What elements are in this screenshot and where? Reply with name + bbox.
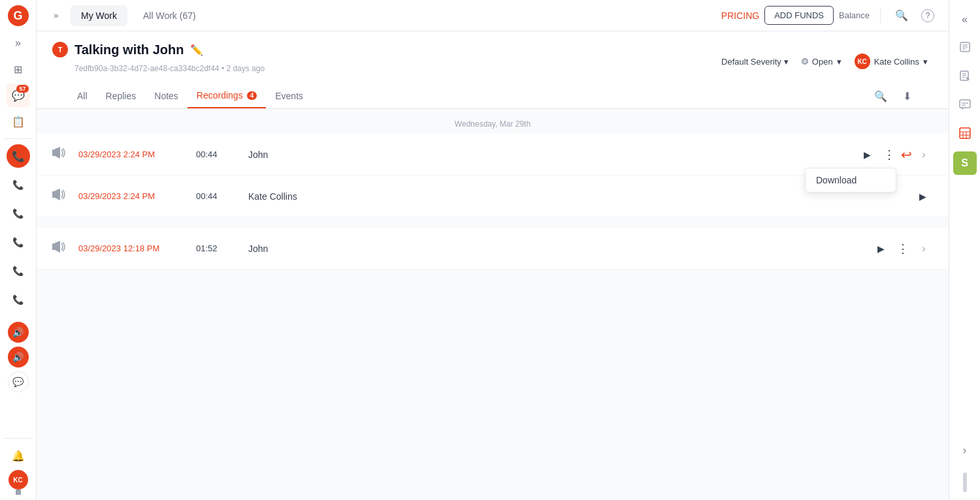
audio-icon-3 bbox=[52, 241, 78, 256]
rec-name-1: John bbox=[248, 149, 857, 160]
audio-icon-2 bbox=[52, 189, 78, 204]
right-panel-data-btn[interactable] bbox=[953, 123, 977, 146]
sidebar-phone-5[interactable]: 📞 bbox=[7, 288, 30, 311]
row-actions-2: ▶ bbox=[912, 186, 933, 207]
shopify-icon: S bbox=[961, 157, 968, 169]
phone-chat-icon: 💬 bbox=[12, 377, 24, 387]
scrollbar-area bbox=[963, 473, 967, 492]
expand-sidebar-btn[interactable]: » bbox=[7, 31, 30, 55]
collapse-icon: « bbox=[962, 14, 968, 25]
chat-badge: 57 bbox=[16, 85, 28, 93]
reply-icon-1[interactable]: ↩ bbox=[901, 147, 912, 163]
recording-row-3: 03/29/2023 12:18 PM 01:52 John ▶ ⋮ › bbox=[37, 228, 949, 270]
tab-notes[interactable]: Notes bbox=[145, 84, 188, 108]
help-button[interactable]: ? bbox=[917, 5, 938, 26]
user-avatar-orange[interactable]: 🔊 bbox=[8, 322, 29, 343]
sidebar-item-dashboard[interactable]: ⊞ bbox=[7, 57, 30, 81]
sidebar-bottom-divider bbox=[4, 438, 33, 439]
chevron-btn-1[interactable]: › bbox=[915, 146, 933, 164]
sidebar-item-tickets[interactable]: 📋 bbox=[7, 110, 30, 133]
download-menu-item[interactable]: Download bbox=[806, 168, 896, 192]
avatar-icon-2: 🔊 bbox=[12, 352, 24, 362]
severity-chevron-icon: ▾ bbox=[784, 57, 789, 67]
tab-actions: 🔍 ⬇ bbox=[870, 86, 917, 106]
tab-recordings-label: Recordings bbox=[197, 90, 243, 101]
tab-recordings[interactable]: Recordings 4 bbox=[188, 84, 266, 108]
assignee-name: Kate Collins bbox=[874, 57, 919, 67]
rec-date-1: 03/29/2023 2:24 PM bbox=[78, 149, 196, 159]
user-avatar-phone[interactable]: 💬 bbox=[8, 371, 29, 392]
balance-text: Balance bbox=[839, 10, 870, 20]
search-button[interactable]: 🔍 bbox=[891, 5, 912, 26]
transcript-icon bbox=[959, 41, 971, 55]
current-user-avatar[interactable]: KC bbox=[8, 470, 28, 490]
edit-icon[interactable]: ✏️ bbox=[190, 44, 203, 56]
svg-marker-1 bbox=[55, 147, 60, 159]
severity-button[interactable]: Default Severity ▾ bbox=[716, 54, 794, 69]
rec-name-3: John bbox=[248, 243, 870, 254]
tab-all[interactable]: All bbox=[68, 84, 97, 108]
add-funds-button[interactable]: ADD FUNDS bbox=[764, 6, 834, 25]
play-btn-1[interactable]: ▶ bbox=[857, 144, 877, 165]
right-panel: « S › bbox=[949, 0, 980, 500]
row-gap bbox=[37, 217, 949, 228]
ticket-title-row: T Talking with John ✏️ bbox=[52, 42, 265, 57]
ticket-meta: 7edfb90a-3b32-4d72-ae48-ca334bc2df44 • 2… bbox=[74, 64, 265, 73]
assignee-avatar: KC bbox=[855, 54, 870, 69]
phone-icon-3: 📞 bbox=[12, 237, 24, 247]
pricing-link[interactable]: PRICING bbox=[721, 10, 759, 21]
svg-rect-4 bbox=[52, 243, 55, 250]
svg-rect-15 bbox=[960, 100, 970, 108]
right-panel-notes-btn[interactable] bbox=[953, 65, 977, 89]
status-label: Open bbox=[812, 57, 833, 67]
phone-icon-2: 📞 bbox=[12, 208, 24, 219]
row-actions-1: ▶ ⋮ ↩ › bbox=[857, 144, 933, 165]
right-panel-chat-btn[interactable] bbox=[953, 94, 977, 117]
sidebar-phone-3[interactable]: 📞 bbox=[7, 230, 30, 254]
chevron-btn-3[interactable]: › bbox=[915, 240, 933, 258]
notes-icon bbox=[959, 70, 971, 84]
ticket-time-ago: 2 days ago bbox=[226, 64, 265, 73]
tab-events[interactable]: Events bbox=[266, 84, 312, 108]
status-button[interactable]: Open ▾ bbox=[796, 54, 847, 69]
my-work-tab[interactable]: My Work bbox=[71, 5, 127, 26]
user-avatar-orange-2[interactable]: 🔊 bbox=[8, 347, 29, 367]
user-initials: KC bbox=[13, 477, 22, 484]
shopify-button[interactable]: S bbox=[953, 151, 977, 175]
right-panel-collapse-btn[interactable]: « bbox=[953, 8, 977, 31]
sidebar-phone-4[interactable]: 📞 bbox=[7, 259, 30, 283]
scrollbar-thumb[interactable] bbox=[963, 473, 967, 492]
date-separator: Wednesday, Mar 29th bbox=[37, 109, 949, 134]
sidebar-item-calls-active[interactable]: 📞 bbox=[7, 144, 30, 168]
sidebar-phone-1[interactable]: 📞 bbox=[7, 173, 30, 196]
download-recordings-btn[interactable]: ⬇ bbox=[896, 86, 917, 106]
phone-icon-1: 📞 bbox=[12, 180, 24, 190]
notifications-btn[interactable]: 🔔 bbox=[7, 444, 30, 467]
app-logo[interactable]: G bbox=[8, 5, 29, 26]
status-indicator bbox=[16, 490, 21, 495]
ticket-header: T Talking with John ✏️ 7edfb90a-3b32-4d7… bbox=[37, 31, 949, 109]
rec-date-2: 03/29/2023 2:24 PM bbox=[78, 191, 196, 201]
status-chevron-icon: ▾ bbox=[837, 57, 841, 67]
more-btn-1[interactable]: ⋮ bbox=[880, 146, 898, 164]
sidebar-phone-2[interactable]: 📞 bbox=[7, 202, 30, 225]
tab-replies[interactable]: Replies bbox=[97, 84, 146, 108]
all-work-tab[interactable]: All Work (67) bbox=[133, 5, 206, 26]
audio-icon-1 bbox=[52, 147, 78, 162]
tickets-icon: 📋 bbox=[12, 116, 25, 128]
right-panel-expand-btn[interactable]: › bbox=[953, 439, 977, 462]
sidebar-item-chat[interactable]: 💬 57 bbox=[7, 84, 30, 107]
ticket-id: 7edfb90a-3b32-4d72-ae48-ca334bc2df44 bbox=[74, 64, 220, 73]
svg-rect-2 bbox=[52, 191, 55, 198]
assignee-chevron-icon: ▾ bbox=[923, 57, 928, 67]
title-meta-row: T Talking with John ✏️ 7edfb90a-3b32-4d7… bbox=[52, 42, 933, 81]
play-btn-3[interactable]: ▶ bbox=[870, 238, 891, 259]
nav-expand-btn[interactable]: » bbox=[47, 7, 65, 25]
nav-divider bbox=[880, 8, 881, 23]
chevron-right-icon: » bbox=[15, 37, 21, 49]
search-recordings-btn[interactable]: 🔍 bbox=[870, 86, 891, 106]
more-btn-3[interactable]: ⋮ bbox=[894, 240, 912, 258]
play-btn-2[interactable]: ▶ bbox=[912, 186, 933, 207]
right-panel-transcript-btn[interactable] bbox=[953, 37, 977, 60]
assignee-button[interactable]: KC Kate Collins ▾ bbox=[849, 51, 933, 72]
